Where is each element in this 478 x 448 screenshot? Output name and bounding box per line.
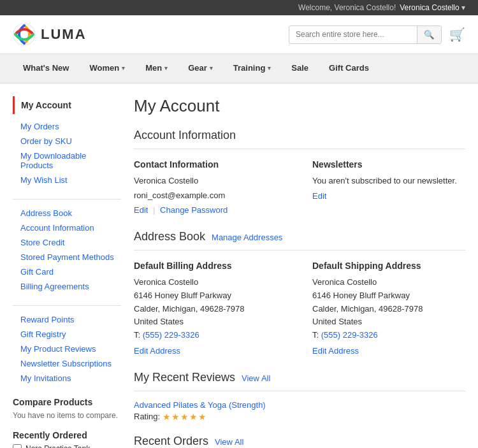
user-account-link[interactable]: Veronica Costello ▾ — [400, 3, 465, 12]
billing-name: Veronica Costello — [134, 276, 287, 289]
review-item: Advanced Pilates & Yoga (Strength) Ratin… — [134, 400, 465, 422]
sidebar-item-downloadable-products[interactable]: My Downloadable Products — [13, 148, 121, 173]
contact-info-heading: Contact Information — [134, 159, 287, 170]
nav-item-gear[interactable]: Gear ▾ — [178, 54, 223, 83]
billing-phone-prefix: T: — [134, 330, 140, 340]
sidebar-item-gift-card[interactable]: Gift Card — [13, 264, 121, 279]
review-stars: ★★★★★ — [163, 412, 207, 422]
shipping-edit-address-link[interactable]: Edit Address — [312, 346, 465, 356]
sidebar-account-title: My Account — [13, 96, 121, 114]
view-all-orders-link[interactable]: View All — [215, 437, 243, 447]
nav-item-gift-cards[interactable]: Gift Cards — [319, 54, 379, 83]
nav-label-training: Training — [233, 63, 266, 73]
nav-item-women[interactable]: Women ▾ — [79, 54, 135, 83]
change-password-link[interactable]: Change Password — [160, 205, 228, 215]
nav-label-gear: Gear — [188, 63, 207, 73]
sidebar-item-account-info[interactable]: Account Information — [13, 220, 121, 235]
shipping-phone: T: (555) 229-3326 — [312, 329, 465, 342]
nav-item-whats-new[interactable]: What's New — [13, 54, 79, 83]
user-chevron-icon: ▾ — [461, 3, 465, 12]
compare-section: Compare Products You have no items to co… — [13, 397, 121, 420]
shipping-street: 6146 Honey Bluff Parkway — [312, 289, 465, 303]
main-container: My Account My Orders Order by SKU My Dow… — [0, 83, 478, 448]
nav-label-gift-cards: Gift Cards — [329, 63, 369, 73]
recent-orders-heading: Recent Orders — [134, 435, 208, 448]
nav-item-sale[interactable]: Sale — [281, 54, 319, 83]
contact-name: Veronica Costello — [134, 175, 287, 187]
billing-city-state: Calder, Michigan, 49628-7978 — [134, 303, 287, 316]
sidebar-item-gift-registry[interactable]: Gift Registry — [13, 327, 121, 342]
nav-label-women: Women — [89, 63, 119, 73]
cart-icon[interactable]: 🛒 — [449, 27, 465, 42]
sidebar-item-stored-payment[interactable]: Stored Payment Methods — [13, 250, 121, 264]
orders-title-row: Recent Orders View All — [134, 435, 465, 448]
nav-chevron-women: ▾ — [122, 65, 125, 71]
rating-label: Rating: — [134, 412, 160, 421]
search-box: 🔍 — [289, 25, 442, 44]
account-info-grid: Contact Information Veronica Costello ro… — [134, 159, 465, 215]
nav-item-men[interactable]: Men ▾ — [135, 54, 178, 83]
sidebar-item-reward-points[interactable]: Reward Points — [13, 312, 121, 327]
luma-logo-icon — [13, 23, 36, 46]
user-name: Veronica Costello — [400, 3, 459, 12]
shipping-name: Veronica Costello — [312, 276, 465, 289]
billing-phone: T: (555) 229-3326 — [134, 329, 287, 342]
newsletters-edit-link[interactable]: Edit — [312, 191, 326, 201]
nav-label-sale: Sale — [291, 63, 308, 73]
nav-chevron-training: ▾ — [268, 65, 271, 71]
sidebar-settings-section: Address Book Account Information Store C… — [13, 206, 121, 294]
sidebar-item-wish-list[interactable]: My Wish List — [13, 173, 121, 187]
logo-text: LUMA — [41, 26, 87, 43]
nav-item-training[interactable]: Training ▾ — [223, 54, 282, 83]
sidebar-item-my-invitations[interactable]: My Invitations — [13, 371, 121, 386]
newsletters-text: You aren't subscribed to our newsletter. — [312, 175, 465, 187]
billing-phone-link[interactable]: (555) 229-3326 — [143, 330, 199, 340]
recently-ordered-heading: Recently Ordered — [13, 430, 121, 440]
page-title: My Account — [134, 96, 465, 116]
billing-street: 6146 Honey Bluff Parkway — [134, 289, 287, 303]
sidebar-item-newsletter-subs[interactable]: Newsletter Subscriptions — [13, 356, 121, 371]
search-button[interactable]: 🔍 — [417, 26, 441, 43]
sidebar-item-product-reviews[interactable]: My Product Reviews — [13, 342, 121, 356]
sidebar-item-order-by-sku[interactable]: Order by SKU — [13, 134, 121, 148]
reviews-title-row: My Recent Reviews View All — [134, 371, 465, 391]
sidebar-item-store-credit[interactable]: Store Credit — [13, 235, 121, 250]
sidebar-item-billing-agreements[interactable]: Billing Agreements — [13, 279, 121, 294]
edit-separator: | — [153, 205, 155, 215]
shipping-phone-link[interactable]: (555) 229-3326 — [321, 330, 378, 340]
address-book-title-row: Address Book Manage Addresses — [134, 230, 465, 250]
compare-heading: Compare Products — [13, 397, 121, 407]
welcome-text: Welcome, Veronica Costello! — [298, 3, 396, 12]
contact-edit-link[interactable]: Edit — [134, 205, 148, 215]
sidebar-divider-1 — [13, 199, 121, 199]
header-right: 🔍 🛒 — [289, 25, 465, 44]
main-nav: What's New Women ▾ Men ▾ Gear ▾ Training… — [0, 54, 478, 83]
recent-reviews-heading: My Recent Reviews — [134, 371, 235, 384]
newsletters-heading: Newsletters — [312, 159, 465, 170]
shipping-phone-prefix: T: — [312, 330, 319, 340]
header: LUMA 🔍 🛒 — [0, 15, 478, 54]
nav-label-whats-new: What's New — [23, 63, 69, 73]
shipping-address-heading: Default Shipping Address — [312, 261, 465, 271]
newsletters-col: Newsletters You aren't subscribed to our… — [312, 159, 465, 215]
logo-area: LUMA — [13, 23, 87, 46]
sidebar-item-address-book[interactable]: Address Book — [13, 206, 121, 220]
search-icon: 🔍 — [424, 30, 435, 40]
contact-email: roni_cost@example.com — [134, 189, 287, 202]
sidebar: My Account My Orders Order by SKU My Dow… — [13, 96, 121, 448]
view-all-reviews-link[interactable]: View All — [242, 373, 270, 383]
recently-ordered-section: Recently Ordered Nora Practice Tank Add … — [13, 430, 121, 448]
search-input[interactable] — [289, 26, 417, 43]
top-bar: Welcome, Veronica Costello! Veronica Cos… — [0, 0, 478, 15]
billing-address-heading: Default Billing Address — [134, 261, 287, 271]
contact-info-col: Contact Information Veronica Costello ro… — [134, 159, 287, 215]
manage-addresses-link[interactable]: Manage Addresses — [212, 233, 282, 242]
sidebar-item-my-orders[interactable]: My Orders — [13, 119, 121, 134]
billing-edit-address-link[interactable]: Edit Address — [134, 346, 287, 356]
rating-row: Rating: ★★★★★ — [134, 412, 465, 422]
main-content: My Account Account Information Contact I… — [134, 96, 465, 448]
address-grid: Default Billing Address Veronica Costell… — [134, 261, 465, 356]
recently-ordered-checkbox[interactable] — [13, 444, 22, 448]
review-product-link[interactable]: Advanced Pilates & Yoga (Strength) — [134, 400, 266, 410]
shipping-city-state: Calder, Michigan, 49628-7978 — [312, 303, 465, 316]
